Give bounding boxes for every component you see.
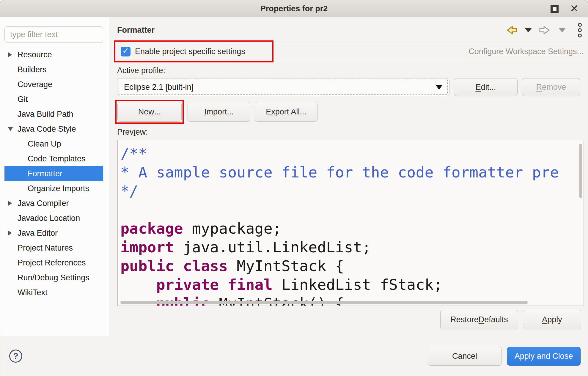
sidebar-item-label: Java Compiler: [18, 199, 69, 208]
profile-row: Eclipse 2.1 [built-in] Edit... Remove: [117, 78, 584, 96]
sidebar-item-label: Code Templates: [28, 154, 86, 163]
preview-label: Preview:: [117, 128, 584, 137]
content-row: ResourceBuildersCoverageGitJava Build Pa…: [0, 17, 588, 336]
code-line: [120, 201, 584, 219]
maximize-icon[interactable]: [551, 5, 559, 13]
code-line: * A sample source file for the code form…: [120, 163, 584, 182]
dialog-footer: ? Cancel Apply and Close: [0, 336, 588, 376]
vertical-scrollbar[interactable]: [579, 144, 582, 198]
remove-button[interactable]: Remove: [522, 78, 580, 96]
cancel-button[interactable]: Cancel: [428, 347, 501, 366]
code-line: import java.util.LinkedList;: [120, 238, 584, 257]
sidebar-item-java-compiler[interactable]: Java Compiler: [4, 196, 103, 211]
horizontal-scrollbar[interactable]: [120, 301, 528, 304]
forward-dropdown-icon[interactable]: [558, 28, 566, 32]
sidebar-item-project-references[interactable]: Project References: [4, 255, 103, 270]
sidebar-item-label: Project References: [18, 258, 86, 268]
sidebar-item-label: Java Editor: [18, 229, 58, 238]
code-line: /**: [120, 144, 584, 163]
profile-buttons-row: New... Import... Export All...: [117, 101, 584, 123]
sidebar-item-label: Organize Imports: [28, 184, 89, 193]
code-line: public class MyIntStack {: [120, 257, 584, 276]
sidebar-item-label: WikiText: [18, 288, 48, 297]
sidebar-item-organize-imports[interactable]: Organize Imports: [4, 181, 103, 196]
sidebar-item-code-templates[interactable]: Code Templates: [4, 151, 103, 166]
sidebar-item-label: Run/Debug Settings: [18, 273, 89, 282]
chevron-right-icon[interactable]: [8, 201, 18, 206]
forward-arrow-icon[interactable]: [539, 26, 551, 35]
export-all-button[interactable]: Export All...: [255, 102, 317, 122]
sidebar-item-formatter[interactable]: Formatter: [4, 166, 103, 181]
titlebar-buttons: ✕: [551, 0, 579, 17]
help-icon[interactable]: ?: [9, 350, 22, 363]
sidebar-item-label: Builders: [18, 65, 47, 74]
sidebar-item-java-code-style[interactable]: Java Code Style: [4, 122, 103, 136]
sidebar-item-builders[interactable]: Builders: [4, 62, 103, 77]
back-dropdown-icon[interactable]: [524, 28, 532, 32]
sidebar-item-label: Java Code Style: [18, 125, 76, 134]
footer-buttons: Cancel Apply and Close: [428, 347, 581, 366]
new-button[interactable]: New...: [117, 102, 182, 122]
sidebar-item-label: Git: [18, 95, 28, 104]
sidebar-item-wikitext[interactable]: WikiText: [4, 285, 103, 300]
sidebar-item-label: Java Build Path: [18, 110, 73, 119]
code-content: /*** A sample source file for the code f…: [118, 140, 584, 306]
main-panel: Formatter ✓: [109, 17, 588, 336]
sidebar-item-label: Resource: [18, 50, 52, 59]
chevron-right-icon[interactable]: [8, 52, 18, 57]
chevron-down-icon: [436, 85, 443, 90]
close-icon[interactable]: ✕: [570, 3, 579, 14]
apply-and-close-button[interactable]: Apply and Close: [507, 347, 581, 366]
annotation-highlight-box: New...: [115, 100, 184, 124]
active-profile-select[interactable]: Eclipse 2.1 [built-in]: [117, 78, 449, 96]
chevron-down-icon[interactable]: [8, 127, 18, 131]
configure-workspace-settings-link[interactable]: Configure Workspace Settings...: [468, 47, 584, 56]
sidebar-item-java-build-path[interactable]: Java Build Path: [4, 107, 103, 122]
restore-defaults-button[interactable]: Restore Defaults: [440, 310, 518, 329]
sidebar-item-resource[interactable]: Resource: [4, 47, 103, 62]
properties-dialog: Properties for pr2 ✕ ResourceBuildersCov…: [0, 0, 588, 376]
apply-button[interactable]: Apply: [523, 310, 581, 329]
titlebar[interactable]: Properties for pr2 ✕: [0, 0, 588, 17]
sidebar-item-coverage[interactable]: Coverage: [4, 77, 103, 92]
sidebar-item-label: Project Natures: [18, 243, 73, 253]
sidebar-item-label: Coverage: [18, 80, 52, 89]
code-preview: /*** A sample source file for the code f…: [117, 140, 584, 306]
active-profile-value: Eclipse 2.1 [built-in]: [124, 83, 194, 92]
enable-project-settings-checkbox[interactable]: ✓: [121, 47, 131, 56]
page-title: Formatter: [117, 26, 155, 35]
code-line: private final LinkedList fStack;: [120, 276, 584, 294]
sidebar-item-label: Clean Up: [28, 139, 61, 149]
chevron-right-icon[interactable]: [8, 230, 18, 236]
checkmark-icon: ✓: [122, 47, 129, 55]
sidebar-item-project-natures[interactable]: Project Natures: [4, 240, 103, 255]
history-nav: [505, 23, 582, 37]
edit-button[interactable]: Edit...: [454, 78, 518, 96]
back-arrow-icon[interactable]: [505, 26, 517, 35]
active-profile-label: Active profile:: [117, 66, 584, 75]
main-header: Formatter: [117, 21, 584, 39]
sidebar-item-label: Formatter: [28, 169, 62, 178]
sidebar-item-java-editor[interactable]: Java Editor: [4, 226, 103, 240]
code-line: public MyIntStack() {: [120, 294, 584, 306]
page-actions: Restore Defaults Apply: [117, 310, 584, 329]
sidebar-item-clean-up[interactable]: Clean Up: [4, 136, 103, 151]
sidebar-item-label: Javadoc Location: [18, 214, 80, 223]
sidebar-item-run-debug-settings[interactable]: Run/Debug Settings: [4, 270, 103, 285]
sidebar: ResourceBuildersCoverageGitJava Build Pa…: [0, 17, 109, 336]
import-button[interactable]: Import...: [188, 102, 250, 122]
code-line: package mypackage;: [120, 219, 584, 238]
window-title: Properties for pr2: [260, 4, 328, 13]
view-menu-icon[interactable]: [578, 23, 582, 37]
search-input[interactable]: [4, 26, 103, 43]
sidebar-item-git[interactable]: Git: [4, 92, 103, 107]
sidebar-tree: ResourceBuildersCoverageGitJava Build Pa…: [0, 47, 109, 300]
enable-project-settings-label[interactable]: Enable project specific settings: [135, 47, 245, 56]
code-line: */: [120, 182, 584, 201]
enable-settings-row: ✓ Enable project specific settings Confi…: [117, 42, 584, 61]
sidebar-item-javadoc-location[interactable]: Javadoc Location: [4, 211, 103, 226]
